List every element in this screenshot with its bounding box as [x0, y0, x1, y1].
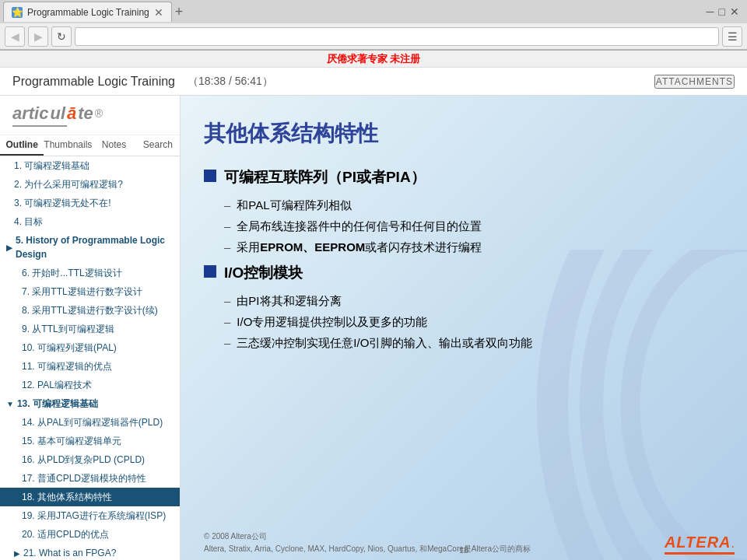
active-tab[interactable]: ⭐ Programmable Logic Training ✕: [3, 2, 172, 22]
app-body: articulāte® Outline Thumbnails Notes Sea…: [0, 96, 747, 560]
sidebar-tabs: Outline Thumbnails Notes Search: [0, 135, 180, 156]
sidebar-navigation: 1. 可编程逻辑基础 2. 为什么采用可编程逻辑? 3. 可编程逻辑无处不在! …: [0, 156, 180, 560]
tab-favicon: ⭐: [12, 7, 23, 18]
bullet-1-3: – 采用EPROM、EEPROM或者闪存技术进行编程: [224, 240, 716, 255]
back-button[interactable]: ◀: [5, 26, 25, 47]
bullet-text-1-3: 采用EPROM、EEPROM或者闪存技术进行编程: [237, 240, 482, 255]
sidebar-logo: articulāte®: [0, 96, 180, 135]
nav-item-5[interactable]: ▶ 5. History of Programmable Logic Desig…: [0, 231, 180, 264]
nav-item-18[interactable]: 18. 其他体系结构特性: [0, 488, 180, 506]
main-content: 其他体系结构特性 可编程互联阵列（PI或者PIA） – 和PAL可编程阵列相似 …: [181, 96, 747, 560]
app-container: Programmable Logic Training （18:38 / 56:…: [0, 68, 747, 560]
nav-item-3[interactable]: 3. 可编程逻辑无处不在!: [0, 194, 180, 212]
section-2-heading: I/O控制模块: [224, 263, 303, 283]
bullet-icon-1: [204, 170, 216, 182]
dash-icon: –: [224, 219, 230, 233]
bullet-text-1-2: 全局布线连接器件中的任何信号和任何目的位置: [237, 219, 482, 234]
bullet-2-1: – 由PI将其和逻辑分离: [224, 294, 716, 309]
banner-text: 厌倦求著专家 未注册: [327, 52, 421, 66]
tab-notes[interactable]: Notes: [92, 135, 135, 156]
nav-item-11[interactable]: 11. 可编程逻辑的优点: [0, 357, 180, 376]
nav-item-6[interactable]: 6. 开始时...TTL逻辑设计: [0, 264, 180, 282]
nav-item-15[interactable]: 15. 基本可编程逻辑单元: [0, 432, 180, 450]
refresh-button[interactable]: ↻: [51, 26, 72, 47]
window-close-button[interactable]: ✕: [730, 5, 739, 18]
bullet-section-1: 可编程互联阵列（PI或者PIA）: [204, 167, 716, 187]
section-2-bullets: – 由PI将其和逻辑分离 – I/O专用逻辑提供控制以及更多的功能 – 三态缓冲…: [224, 294, 716, 351]
bullet-text-2-3: 三态缓冲控制实现任意I/O引脚的输入、输出或者双向功能: [237, 336, 532, 351]
tab-bar: ⭐ Programmable Logic Training ✕ + ─ □ ✕: [0, 0, 747, 23]
nav-item-8[interactable]: 8. 采用TTL逻辑进行数字设计(续): [0, 301, 180, 320]
nav-item-13[interactable]: ▼ 13. 可编程逻辑基础: [0, 394, 180, 413]
address-bar[interactable]: [75, 27, 719, 46]
bullet-2-3: – 三态缓冲控制实现任意I/O引脚的输入、输出或者双向功能: [224, 336, 716, 351]
app-time: （18:38 / 56:41）: [188, 75, 273, 89]
nav-item-2[interactable]: 2. 为什么采用可编程逻辑?: [0, 175, 180, 194]
dash-icon: –: [224, 336, 230, 349]
nav-item-14[interactable]: 14. 从PAL到可编程逻辑器件(PLD): [0, 413, 180, 432]
section-1-bullets: – 和PAL可编程阵列相似 – 全局布线连接器件中的任何信号和任何目的位置 – …: [224, 198, 716, 255]
slide-title: 其他体系结构特性: [204, 119, 716, 149]
dash-icon: –: [224, 240, 230, 254]
dash-icon: –: [224, 294, 230, 307]
bullet-1-1: – 和PAL可编程阵列相似: [224, 198, 716, 213]
articulate-logo: articulāte®: [12, 103, 167, 124]
slide-number: 18: [459, 545, 468, 555]
nav-item-21[interactable]: ▶ 21. What is an FPGA?: [0, 544, 180, 560]
copyright-text: © 2008 Altera公司: [204, 531, 724, 542]
forward-button[interactable]: ▶: [28, 26, 48, 47]
settings-button[interactable]: ☰: [722, 26, 742, 47]
slide-area: 其他体系结构特性 可编程互联阵列（PI或者PIA） – 和PAL可编程阵列相似 …: [181, 96, 747, 560]
bullet-icon-2: [204, 265, 216, 278]
dash-icon: –: [224, 315, 230, 328]
maximize-button[interactable]: □: [719, 5, 725, 18]
bullet-text-2-2: I/O专用逻辑提供控制以及更多的功能: [237, 315, 427, 330]
nav-item-16[interactable]: 16. 从PLD到复杂PLD (CPLD): [0, 450, 180, 469]
nav-item-12[interactable]: 12. PAL编程技术: [0, 376, 180, 394]
altera-logo: ALTERA.: [665, 534, 735, 555]
app-title: Programmable Logic Training: [12, 75, 175, 89]
nav-item-17[interactable]: 17. 普通CPLD逻辑模块的特性: [0, 469, 180, 488]
dash-icon: –: [224, 198, 230, 212]
new-tab-button[interactable]: +: [175, 5, 184, 19]
navigation-bar: ◀ ▶ ↻ ☰: [0, 23, 747, 50]
slide-content-area: 其他体系结构特性 可编程互联阵列（PI或者PIA） – 和PAL可编程阵列相似 …: [181, 96, 747, 560]
attachments-button[interactable]: ATTACHMENTS: [654, 75, 735, 89]
app-header: Programmable Logic Training （18:38 / 56:…: [0, 68, 747, 96]
nav-item-19[interactable]: 19. 采用JTAG进行在系统编程(ISP): [0, 506, 180, 525]
tab-search[interactable]: Search: [136, 135, 180, 156]
bullet-text-1-1: 和PAL可编程阵列相似: [237, 198, 351, 213]
tab-thumbnails[interactable]: Thumbnails: [44, 135, 92, 156]
top-banner: 厌倦求著专家 未注册: [0, 51, 747, 68]
nav-item-7[interactable]: 7. 采用TTL逻辑进行数字设计: [0, 282, 180, 301]
bullet-text-2-1: 由PI将其和逻辑分离: [237, 294, 341, 309]
tab-title: Programmable Logic Training: [27, 7, 149, 18]
expand-arrow-13: ▼: [6, 398, 14, 410]
browser-chrome: ⭐ Programmable Logic Training ✕ + ─ □ ✕ …: [0, 0, 747, 51]
bullet-2-2: – I/O专用逻辑提供控制以及更多的功能: [224, 315, 716, 330]
nav-item-9[interactable]: 9. 从TTL到可编程逻辑: [0, 320, 180, 338]
expand-arrow-21: ▶: [14, 548, 20, 559]
tab-close-button[interactable]: ✕: [154, 6, 163, 19]
nav-item-4[interactable]: 4. 目标: [0, 212, 180, 231]
bullet-1-2: – 全局布线连接器件中的任何信号和任何目的位置: [224, 219, 716, 234]
nav-item-20[interactable]: 20. 适用CPLD的优点: [0, 525, 180, 544]
nav-item-10[interactable]: 10. 可编程列逻辑(PAL): [0, 338, 180, 357]
bullet-section-2: I/O控制模块: [204, 263, 716, 283]
tab-outline[interactable]: Outline: [0, 135, 44, 156]
expand-arrow-5: ▶: [6, 242, 12, 254]
minimize-button[interactable]: ─: [707, 5, 714, 18]
section-1-heading: 可编程互联阵列（PI或者PIA）: [224, 167, 426, 187]
nav-item-1[interactable]: 1. 可编程逻辑基础: [0, 156, 180, 175]
sidebar: articulāte® Outline Thumbnails Notes Sea…: [0, 96, 181, 560]
